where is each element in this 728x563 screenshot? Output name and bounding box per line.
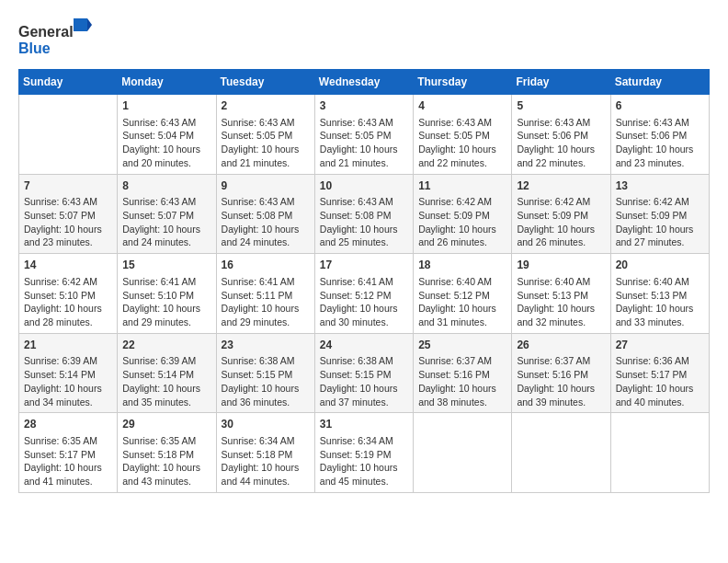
day-number: 25 [418, 338, 506, 353]
day-info: Sunrise: 6:43 AM [222, 116, 310, 130]
day-info: Sunset: 5:19 PM [320, 448, 408, 462]
day-info: Sunset: 5:06 PM [517, 129, 605, 143]
day-info: Sunset: 5:13 PM [616, 289, 704, 303]
day-info: Sunrise: 6:40 AM [517, 275, 605, 289]
day-info: Sunset: 5:10 PM [24, 289, 112, 303]
day-info: Sunrise: 6:38 AM [320, 354, 408, 368]
day-info: Sunrise: 6:41 AM [222, 275, 310, 289]
day-info: Daylight: 10 hours [24, 302, 112, 316]
calendar-cell: 28Sunrise: 6:35 AMSunset: 5:17 PMDayligh… [19, 413, 118, 493]
day-number: 9 [222, 178, 310, 194]
calendar-cell: 21Sunrise: 6:39 AMSunset: 5:14 PMDayligh… [19, 333, 118, 413]
svg-text:General: General [18, 24, 74, 40]
calendar-cell [512, 413, 610, 493]
calendar-cell: 12Sunrise: 6:42 AMSunset: 5:09 PMDayligh… [512, 174, 610, 254]
day-info: and 31 minutes. [418, 316, 506, 329]
day-number: 11 [418, 178, 506, 194]
day-info: Sunset: 5:17 PM [24, 448, 112, 462]
calendar-cell: 15Sunrise: 6:41 AMSunset: 5:10 PMDayligh… [118, 254, 216, 334]
day-number: 26 [517, 338, 605, 353]
day-info: Daylight: 10 hours [320, 223, 408, 236]
day-info: Sunset: 5:17 PM [616, 368, 704, 382]
calendar-table: SundayMondayTuesdayWednesdayThursdayFrid… [18, 69, 710, 493]
day-number: 30 [222, 417, 310, 432]
day-number: 13 [616, 178, 704, 194]
day-info: and 30 minutes. [320, 316, 408, 329]
day-info: and 41 minutes. [24, 475, 112, 488]
calendar-cell: 13Sunrise: 6:42 AMSunset: 5:09 PMDayligh… [610, 174, 709, 254]
day-info: Sunset: 5:18 PM [222, 448, 310, 462]
day-info: Sunrise: 6:43 AM [122, 195, 210, 209]
day-info: and 34 minutes. [24, 396, 112, 409]
day-info: Sunset: 5:08 PM [222, 209, 310, 223]
calendar-cell: 8Sunrise: 6:43 AMSunset: 5:07 PMDaylight… [118, 174, 216, 254]
day-number: 29 [122, 417, 210, 432]
day-number: 22 [122, 338, 210, 353]
weekday-header-sunday: Sunday [19, 70, 118, 95]
calendar-cell: 20Sunrise: 6:40 AMSunset: 5:13 PMDayligh… [610, 254, 709, 334]
day-info: Sunrise: 6:43 AM [222, 195, 310, 209]
logo: GeneralBlue [18, 18, 92, 60]
day-info: Daylight: 10 hours [418, 223, 506, 236]
day-number: 24 [320, 338, 408, 353]
day-info: Daylight: 10 hours [222, 382, 310, 396]
day-info: Sunset: 5:12 PM [320, 289, 408, 303]
day-info: and 43 minutes. [122, 475, 210, 488]
day-info: Daylight: 10 hours [517, 143, 605, 156]
day-info: Sunset: 5:13 PM [517, 289, 605, 303]
calendar-cell: 29Sunrise: 6:35 AMSunset: 5:18 PMDayligh… [118, 413, 216, 493]
day-info: and 35 minutes. [122, 396, 210, 409]
day-info: Sunset: 5:05 PM [418, 129, 506, 143]
day-number: 1 [122, 98, 210, 114]
weekday-header-friday: Friday [512, 70, 610, 95]
day-info: and 24 minutes. [222, 236, 310, 249]
day-info: Sunset: 5:05 PM [222, 129, 310, 143]
day-info: Sunset: 5:14 PM [24, 368, 112, 382]
day-info: and 21 minutes. [320, 156, 408, 170]
day-info: Sunset: 5:18 PM [122, 448, 210, 462]
day-number: 28 [24, 417, 112, 432]
day-info: Sunrise: 6:43 AM [517, 116, 605, 130]
day-info: Sunset: 5:10 PM [122, 289, 210, 303]
day-info: Sunset: 5:07 PM [122, 209, 210, 223]
day-number: 20 [616, 258, 704, 273]
calendar-cell: 30Sunrise: 6:34 AMSunset: 5:18 PMDayligh… [216, 413, 314, 493]
day-info: Sunrise: 6:41 AM [320, 275, 408, 289]
day-info: Sunrise: 6:36 AM [616, 354, 704, 368]
day-info: and 37 minutes. [320, 396, 408, 409]
day-info: Sunrise: 6:39 AM [24, 354, 112, 368]
day-number: 16 [222, 258, 310, 273]
svg-marker-2 [87, 18, 92, 31]
day-info: Daylight: 10 hours [320, 461, 408, 475]
day-info: and 27 minutes. [616, 236, 704, 249]
calendar-cell: 22Sunrise: 6:39 AMSunset: 5:14 PMDayligh… [118, 333, 216, 413]
svg-marker-1 [74, 18, 87, 31]
day-info: and 28 minutes. [24, 316, 112, 329]
day-number: 27 [616, 338, 704, 353]
day-info: Sunrise: 6:42 AM [616, 195, 704, 209]
day-info: Sunrise: 6:38 AM [222, 354, 310, 368]
day-number: 6 [616, 98, 704, 114]
calendar-cell [610, 413, 709, 493]
day-number: 15 [122, 258, 210, 273]
day-info: Sunrise: 6:35 AM [122, 434, 210, 448]
day-info: and 22 minutes. [418, 156, 506, 170]
weekday-header-saturday: Saturday [610, 70, 709, 95]
day-info: Daylight: 10 hours [222, 302, 310, 316]
calendar-cell: 24Sunrise: 6:38 AMSunset: 5:15 PMDayligh… [314, 333, 413, 413]
day-info: Daylight: 10 hours [222, 223, 310, 236]
day-info: Sunrise: 6:41 AM [122, 275, 210, 289]
weekday-header-monday: Monday [118, 70, 216, 95]
day-info: and 23 minutes. [24, 236, 112, 249]
day-info: Sunrise: 6:37 AM [418, 354, 506, 368]
day-info: and 32 minutes. [517, 316, 605, 329]
day-info: Sunset: 5:16 PM [418, 368, 506, 382]
day-info: Sunset: 5:11 PM [222, 289, 310, 303]
day-info: and 21 minutes. [222, 156, 310, 170]
day-number: 17 [320, 258, 408, 273]
day-info: Daylight: 10 hours [24, 382, 112, 396]
calendar-cell: 2Sunrise: 6:43 AMSunset: 5:05 PMDaylight… [216, 95, 314, 175]
day-info: Daylight: 10 hours [320, 302, 408, 316]
day-number: 4 [418, 98, 506, 114]
day-number: 19 [517, 258, 605, 273]
